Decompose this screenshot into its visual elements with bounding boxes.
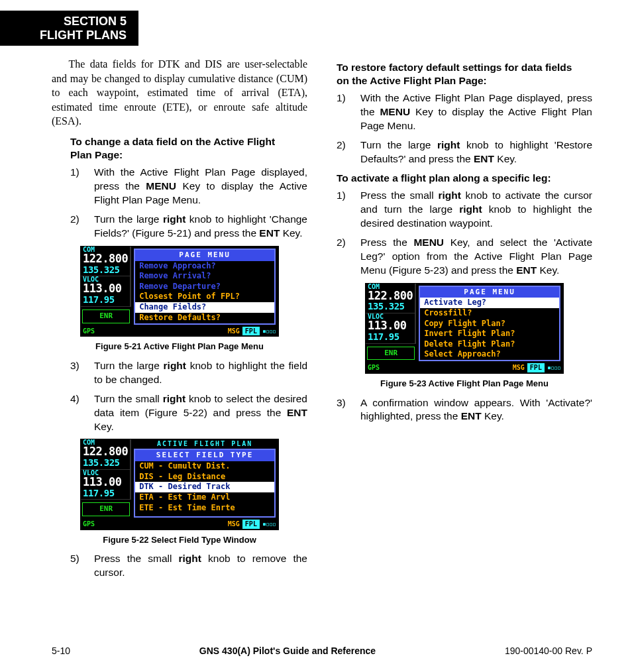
menu-item: Crossfill? <box>420 308 559 319</box>
page-footer: 5-10 GNS 430(A) Pilot's Guide and Refere… <box>52 645 592 657</box>
procedure-a-list: 1) With the Active Flight Plan Page disp… <box>52 166 307 241</box>
menu-title: PAGE MENU <box>420 287 559 298</box>
menu-title: SELECT FIELD TYPE <box>135 450 274 461</box>
procedure-c-list: 1) Press the small right knob to activat… <box>337 189 592 278</box>
list-item: 2) Turn the large right knob to highligh… <box>337 139 592 166</box>
menu-item: Remove Approach? <box>135 261 274 272</box>
procedure-b-list: 1) With the Active Flight Plan Page disp… <box>337 91 592 166</box>
page-bar-icon: ▪▫▫▫ <box>262 520 276 529</box>
step-number: 2) <box>337 139 351 166</box>
menu-item: DTK - Desired Track <box>135 482 274 492</box>
gns-main-panel: PAGE MENU Activate Leg?Crossfill?Copy Fl… <box>416 284 563 373</box>
gns-freq-panel: COM 122.800 135.325 VLOC 113.00 117.95 E… <box>366 284 416 373</box>
msg-annunciator: MSG <box>228 327 240 336</box>
status-row: MSG FPL ▪▫▫▫ <box>131 326 278 337</box>
page-number: 5-10 <box>52 645 70 657</box>
page-content: The data fields for DTK and DIS are user… <box>52 57 592 632</box>
step-number: 4) <box>70 392 85 434</box>
menu-item: Select Approach? <box>420 349 559 360</box>
step-text: Press the MENU Key, and select the 'Acti… <box>360 236 592 278</box>
procedure-b-heading: To restore factory default settings for … <box>337 61 579 87</box>
step-text: Press the small right knob to activate t… <box>360 189 592 231</box>
procedure-c-list-end: 3) A confirmation window appears. With '… <box>337 396 592 424</box>
com-active: 122.800 <box>81 253 130 265</box>
menu-item: Delete Flight Plan? <box>420 339 559 350</box>
document-revision: 190-00140-00 Rev. P <box>505 645 592 657</box>
menu-item: Restore Defaults? <box>135 313 274 323</box>
list-item: 1) With the Active Flight Plan Page disp… <box>70 166 307 207</box>
fpl-annunciator: FPL <box>242 327 260 336</box>
menu-item: Invert Flight Plan? <box>420 329 559 339</box>
gns-screen: COM 122.800 135.325 VLOC 113.00 117.95 E… <box>80 439 279 530</box>
com-standby: 135.325 <box>81 265 130 277</box>
document-title: GNS 430(A) Pilot's Guide and Reference <box>199 645 376 657</box>
menu-item: Activate Leg? <box>420 298 559 308</box>
list-item: 2) Turn the large right knob to highligh… <box>70 213 307 241</box>
menu-item: Change Fields? <box>135 302 274 313</box>
procedure-a-list-cont: 3) Turn the large right knob to highligh… <box>52 359 307 434</box>
vloc-active: 113.00 <box>81 283 130 295</box>
list-item: 1) Press the small right knob to activat… <box>337 189 592 231</box>
figure-5-23: COM 122.800 135.325 VLOC 113.00 117.95 E… <box>337 283 592 390</box>
step-text: Turn the large right knob to highlight '… <box>360 139 592 166</box>
figure-5-22: COM 122.800 135.325 VLOC 113.00 117.95 E… <box>52 439 307 545</box>
right-column: To restore factory default settings for … <box>337 57 592 632</box>
left-column: The data fields for DTK and DIS are user… <box>52 57 307 632</box>
gns-freq-panel: COM 122.800 135.325 VLOC 113.00 117.95 E… <box>81 247 131 336</box>
step-text: A confirmation window appears. With 'Act… <box>360 396 592 424</box>
section-title: FLIGHT PLANS <box>40 28 127 42</box>
screen-title: ACTIVE FLIGHT PLAN <box>131 439 278 447</box>
figure-5-21: COM 122.800 135.325 VLOC 113.00 117.95 E… <box>52 246 307 353</box>
gns-freq-panel: COM 122.800 135.325 VLOC 113.00 117.95 E… <box>81 439 131 529</box>
menu-item: DIS - Leg Distance <box>135 472 274 482</box>
menu-item: Copy Flight Plan? <box>420 319 559 329</box>
step-text: Turn the large right knob to highlight '… <box>94 213 307 241</box>
menu-item: ETE - Est Time Enrte <box>135 503 274 514</box>
menu-item: Remove Arrival? <box>135 271 274 282</box>
step-text: Turn the small right knob to select the … <box>94 392 307 434</box>
section-number: SECTION 5 <box>40 15 127 28</box>
menu-item: Closest Point of FPL? <box>135 292 274 302</box>
status-row: MSG FPL ▪▫▫▫ <box>131 519 278 530</box>
step-text: With the Active Flight Plan Page display… <box>360 91 592 133</box>
status-row: MSG FPL ▪▫▫▫ <box>416 363 563 373</box>
step-text: With the Active Flight Plan Page display… <box>94 166 307 207</box>
page-bar-icon: ▪▫▫▫ <box>262 327 276 336</box>
step-number: 2) <box>337 236 351 278</box>
gps-indicator: GPS <box>81 326 131 337</box>
list-item: 1) With the Active Flight Plan Page disp… <box>337 91 592 133</box>
figure-caption: Figure 5-23 Active Flight Plan Page Menu <box>337 378 592 390</box>
figure-caption: Figure 5-22 Select Field Type Window <box>52 534 307 546</box>
menu-item: Remove Departure? <box>135 282 274 292</box>
procedure-a-heading: To change a data field on the Active Fli… <box>70 135 294 162</box>
enr-indicator: ENR <box>82 309 130 323</box>
list-item: 4) Turn the small right knob to select t… <box>70 392 307 434</box>
procedure-a-list-end: 5) Press the small right knob to remove … <box>52 552 307 580</box>
menu-item: ETA - Est Time Arvl <box>135 492 274 503</box>
figure-caption: Figure 5-21 Active Flight Plan Page Menu <box>52 341 307 353</box>
list-item: 3) A confirmation window appears. With '… <box>337 396 592 424</box>
step-number: 1) <box>337 189 351 231</box>
step-number: 2) <box>70 213 85 241</box>
list-item: 2) Press the MENU Key, and select the 'A… <box>337 236 592 278</box>
gns-main-panel: PAGE MENU Remove Approach?Remove Arrival… <box>131 247 278 336</box>
step-number: 1) <box>70 166 85 207</box>
vloc-standby: 117.95 <box>81 295 130 307</box>
step-text: Press the small right knob to remove the… <box>94 552 307 580</box>
page-bar-icon: ▪▫▫▫ <box>547 363 560 372</box>
step-text: Turn the large right knob to highlight t… <box>94 359 307 387</box>
intro-paragraph: The data fields for DTK and DIS are user… <box>52 57 307 129</box>
gns-screen: COM 122.800 135.325 VLOC 113.00 117.95 E… <box>365 283 564 374</box>
step-number: 3) <box>337 396 351 424</box>
step-number: 1) <box>337 91 351 133</box>
list-item: 3) Turn the large right knob to highligh… <box>70 359 307 387</box>
list-item: 5) Press the small right knob to remove … <box>70 552 307 580</box>
menu-box: SELECT FIELD TYPE CUM - Cumultv Dist.DIS… <box>134 449 276 518</box>
menu-item: CUM - Cumultv Dist. <box>135 461 274 472</box>
procedure-c-heading: To activate a flight plan along a specif… <box>337 172 579 185</box>
screen-title <box>131 247 278 247</box>
menu-box: PAGE MENU Activate Leg?Crossfill?Copy Fl… <box>419 286 560 362</box>
step-number: 3) <box>70 359 85 387</box>
menu-box: PAGE MENU Remove Approach?Remove Arrival… <box>134 249 276 325</box>
screen-title <box>416 284 563 284</box>
